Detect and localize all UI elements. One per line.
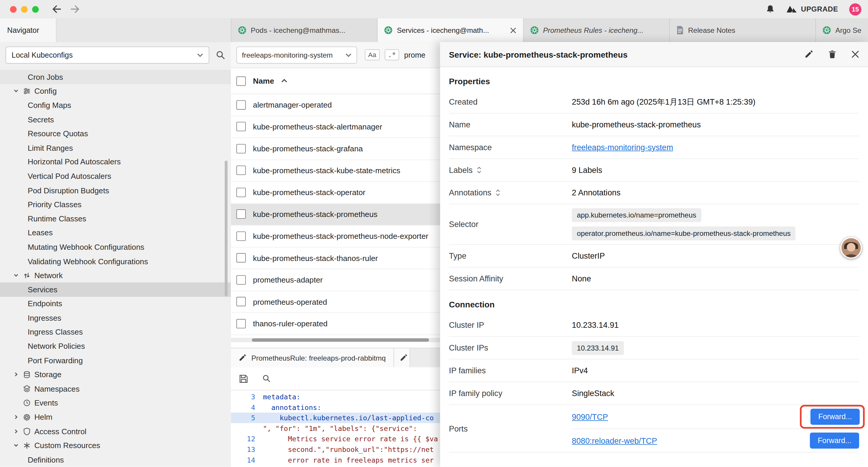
sidebar-item[interactable]: Namespaces <box>0 382 231 396</box>
row-checkbox[interactable] <box>236 144 246 153</box>
service-name: prometheus-operated <box>253 297 327 306</box>
sidebar-item[interactable]: Pod Disruption Budgets <box>0 183 231 198</box>
editor-tab[interactable]: Release Notes <box>670 18 816 42</box>
chevron-down-icon[interactable] <box>13 443 23 448</box>
close-window-button[interactable] <box>10 6 17 12</box>
forward-button[interactable]: Forward... <box>810 432 859 448</box>
selector-badge: operator.prometheus.io/name=kube-prometh… <box>572 226 796 240</box>
row-checkbox[interactable] <box>236 209 246 219</box>
sidebar-item[interactable]: Horizontal Pod Autoscalers <box>0 155 231 169</box>
select-all-checkbox[interactable] <box>236 76 246 86</box>
edit-icon[interactable] <box>804 50 813 59</box>
sidebar-item[interactable]: Helm <box>0 410 231 424</box>
sidebar-item-label: Mutating Webhook Configurations <box>28 243 145 252</box>
sidebar-item[interactable]: Leases <box>0 226 231 240</box>
row-checkbox[interactable] <box>236 100 246 110</box>
service-name: prometheus-adapter <box>253 275 322 284</box>
minimize-window-button[interactable] <box>21 6 28 12</box>
port-link[interactable]: 9090/TCP <box>572 412 608 421</box>
chevron-down-icon[interactable] <box>13 88 23 94</box>
sidebar-item[interactable]: Secrets <box>0 112 231 126</box>
line-number: 14 <box>231 455 263 465</box>
sidebar-item[interactable]: Events <box>0 396 231 410</box>
expand-icon[interactable] <box>495 189 501 197</box>
sidebar-item[interactable]: Storage <box>0 368 231 382</box>
sidebar-item[interactable]: Config Maps <box>0 98 231 112</box>
sidebar-item[interactable]: Priority Classes <box>0 198 231 212</box>
sidebar-item[interactable]: Network <box>0 268 231 282</box>
sidebar-item[interactable]: Ingress Classes <box>0 325 231 339</box>
sidebar-item[interactable]: Access Control <box>0 424 231 438</box>
sidebar-item[interactable]: Limit Ranges <box>0 141 231 155</box>
tab-close-icon[interactable] <box>510 27 517 33</box>
forward-icon[interactable] <box>70 5 80 13</box>
sort-ascending-icon[interactable] <box>281 79 287 83</box>
horizontal-scrollbar[interactable] <box>252 339 429 342</box>
sidebar-item[interactable]: Cron Jobs <box>0 70 231 84</box>
search-icon[interactable] <box>216 50 225 60</box>
regex-toggle[interactable]: .* <box>385 49 399 60</box>
sidebar-scrollbar[interactable] <box>225 160 227 296</box>
avatar[interactable] <box>840 237 862 259</box>
sidebar-item[interactable]: Network Policies <box>0 339 231 353</box>
sidebar-item[interactable]: Validating Webhook Configurations <box>0 254 231 268</box>
delete-icon[interactable] <box>828 50 836 59</box>
sidebar-item[interactable]: Runtime Classes <box>0 212 231 226</box>
upgrade-button[interactable]: UPGRADE <box>786 5 838 13</box>
dock-tab-next-partial[interactable] <box>394 348 410 368</box>
row-checkbox[interactable] <box>236 275 246 285</box>
chevron-right-icon[interactable] <box>13 414 23 420</box>
property-label: Created <box>449 97 478 107</box>
match-case-toggle[interactable]: Aa <box>365 49 380 60</box>
namespace-link[interactable]: freeleaps-monitoring-system <box>572 143 859 152</box>
sidebar-item[interactable]: Mutating Webhook Configurations <box>0 240 231 254</box>
drawer-title: Service: kube-prometheus-stack-prometheu… <box>449 50 804 59</box>
chevron-down-icon[interactable] <box>13 272 23 278</box>
property-label: Cluster IP <box>449 321 484 329</box>
sidebar-item[interactable]: Endpoints <box>0 296 231 311</box>
row-checkbox[interactable] <box>236 166 246 175</box>
editor-tab[interactable]: Argo Se <box>816 18 868 42</box>
kubeconfig-select[interactable]: Local Kubeconfigs <box>6 46 210 63</box>
notifications-bell-icon[interactable] <box>766 4 775 14</box>
sidebar-item[interactable]: Vertical Pod Autoscalers <box>0 169 231 183</box>
expand-icon[interactable] <box>476 166 482 174</box>
sidebar-item[interactable]: Ingresses <box>0 311 231 325</box>
notification-count-badge[interactable]: 15 <box>849 3 861 15</box>
sidebar-item[interactable]: Definitions <box>0 453 231 467</box>
maximize-window-button[interactable] <box>32 6 39 12</box>
sidebar-item[interactable]: Resource Quotas <box>0 126 231 141</box>
save-icon[interactable] <box>239 374 248 383</box>
back-icon[interactable] <box>52 5 61 13</box>
sidebar-item-label: Custom Resources <box>34 441 100 450</box>
dock-tab-prometheusrule[interactable]: PrometheusRule: freeleaps-prod-rabbitmq <box>231 348 394 368</box>
sidebar-item-label: Network <box>34 271 63 280</box>
chevron-right-icon[interactable] <box>13 429 23 434</box>
line-number: 13 <box>231 444 263 455</box>
sidebar-item[interactable]: Config <box>0 84 231 98</box>
row-checkbox[interactable] <box>236 188 246 197</box>
sidebar-item[interactable]: Custom Resources <box>0 438 231 453</box>
name-column-header[interactable]: Name <box>253 77 274 85</box>
editor-tab[interactable]: Services - icecheng@math... <box>378 18 524 42</box>
row-checkbox[interactable] <box>236 253 246 263</box>
forward-button[interactable]: Forward... <box>811 409 860 425</box>
close-icon[interactable] <box>851 51 859 58</box>
editor-tab[interactable]: Pods - icecheng@mathmas... <box>231 18 378 42</box>
helm-icon <box>23 413 34 420</box>
search-input[interactable]: prome <box>404 51 426 59</box>
property-label: Selector <box>449 220 478 229</box>
list-search[interactable]: Aa .* prome <box>365 49 426 60</box>
row-checkbox[interactable] <box>236 319 246 328</box>
search-icon[interactable] <box>262 375 271 383</box>
editor-tab[interactable]: Prometheus Rules - icecheng... <box>524 18 670 42</box>
row-checkbox[interactable] <box>236 122 246 132</box>
row-checkbox[interactable] <box>236 231 246 241</box>
row-checkbox[interactable] <box>236 297 246 307</box>
navigator-tab[interactable]: Navigator <box>0 18 56 42</box>
namespace-select[interactable]: freeleaps-monitoring-system <box>236 46 357 63</box>
sidebar-item[interactable]: Port Forwarding <box>0 353 231 368</box>
sidebar-item[interactable]: Services <box>0 282 231 296</box>
chevron-right-icon[interactable] <box>13 372 23 377</box>
port-link[interactable]: 8080:reloader-web/TCP <box>572 436 657 445</box>
